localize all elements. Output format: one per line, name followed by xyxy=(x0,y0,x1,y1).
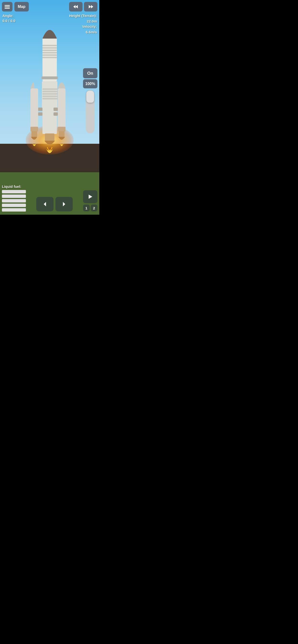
rewind-button[interactable] xyxy=(69,2,83,12)
throttle-pct-button[interactable]: 100% xyxy=(83,79,97,88)
play-button[interactable] xyxy=(83,190,97,203)
top-right-controls xyxy=(69,2,97,12)
svg-rect-20 xyxy=(58,88,66,129)
menu-line-1 xyxy=(5,5,10,6)
rocket-svg xyxy=(23,19,76,158)
angle-label: Angle: xyxy=(3,13,15,18)
right-controls: On 100% xyxy=(83,68,97,134)
throttle-handle[interactable] xyxy=(86,91,94,103)
fuel-bar-5 xyxy=(2,208,26,212)
fuel-bar-4 xyxy=(2,204,26,207)
game-container: Map Angle: 0.0 / 0.0 Height (Terrain): 2… xyxy=(0,0,99,215)
play-icon xyxy=(87,194,93,200)
fastforward-icon xyxy=(87,3,94,10)
svg-rect-7 xyxy=(43,57,57,58)
svg-rect-22 xyxy=(54,108,58,111)
svg-rect-23 xyxy=(54,112,58,116)
fastforward-button[interactable] xyxy=(84,2,97,12)
bottom-bar: Liquid fuel: xyxy=(0,182,99,215)
fuel-bar-1 xyxy=(2,190,26,193)
stage-2-button[interactable]: 2 xyxy=(91,204,97,211)
engine-toggle-button[interactable]: On xyxy=(83,68,97,78)
angle-value: 0.0 / 0.0 xyxy=(3,18,15,23)
throttle-slider[interactable] xyxy=(86,90,95,134)
map-button[interactable]: Map xyxy=(14,2,29,12)
svg-rect-21 xyxy=(58,127,66,132)
svg-rect-11 xyxy=(43,96,58,97)
left-arrow-icon xyxy=(42,201,48,208)
top-left-controls: Map xyxy=(2,2,29,12)
height-label: Height (Terrain): xyxy=(69,13,97,19)
svg-rect-26 xyxy=(59,131,65,137)
rewind-icon xyxy=(72,3,79,10)
stats-left: Angle: 0.0 / 0.0 xyxy=(3,13,15,23)
menu-line-3 xyxy=(5,8,10,8)
rocket xyxy=(23,19,76,159)
right-arrow-icon xyxy=(61,201,67,208)
svg-marker-32 xyxy=(63,202,65,206)
fuel-section: Liquid fuel: xyxy=(2,184,26,212)
stage-buttons: 1 2 xyxy=(83,204,97,211)
svg-rect-18 xyxy=(38,108,43,111)
svg-marker-29 xyxy=(89,5,91,8)
svg-rect-10 xyxy=(43,93,58,95)
center-nav-buttons xyxy=(36,197,73,211)
left-nav-button[interactable] xyxy=(36,197,54,211)
top-bar: Map xyxy=(0,0,99,14)
svg-rect-3 xyxy=(43,47,57,49)
svg-rect-12 xyxy=(43,98,58,100)
svg-rect-14 xyxy=(42,76,58,79)
svg-rect-17 xyxy=(31,127,38,132)
svg-marker-27 xyxy=(76,5,78,8)
fuel-label: Liquid fuel: xyxy=(2,184,26,188)
menu-line-2 xyxy=(5,6,10,7)
svg-rect-16 xyxy=(31,88,38,129)
svg-rect-25 xyxy=(32,131,37,137)
fuel-bar-3 xyxy=(2,199,26,202)
stage-1-button[interactable]: 1 xyxy=(83,204,90,211)
svg-rect-24 xyxy=(45,134,54,141)
menu-button[interactable] xyxy=(2,2,13,12)
svg-rect-9 xyxy=(43,91,58,92)
svg-rect-6 xyxy=(43,54,57,56)
svg-rect-8 xyxy=(43,88,58,90)
svg-rect-4 xyxy=(43,50,57,51)
stats-right: Height (Terrain): 22.0m Velocity: 6.6m/s xyxy=(69,13,97,35)
velocity-label: Velocity: xyxy=(69,24,97,30)
height-value: 22.0m xyxy=(69,19,97,24)
svg-rect-2 xyxy=(43,45,57,46)
svg-marker-30 xyxy=(91,5,93,8)
svg-marker-33 xyxy=(89,194,92,198)
svg-marker-28 xyxy=(73,5,76,8)
svg-marker-31 xyxy=(44,202,46,206)
svg-rect-0 xyxy=(43,38,57,81)
right-nav-button[interactable] xyxy=(55,197,73,211)
svg-rect-19 xyxy=(38,112,43,116)
right-bottom-buttons: 1 2 xyxy=(83,190,97,211)
velocity-value: 6.6m/s xyxy=(69,30,97,35)
fuel-bar-2 xyxy=(2,194,26,198)
svg-rect-5 xyxy=(43,52,57,54)
